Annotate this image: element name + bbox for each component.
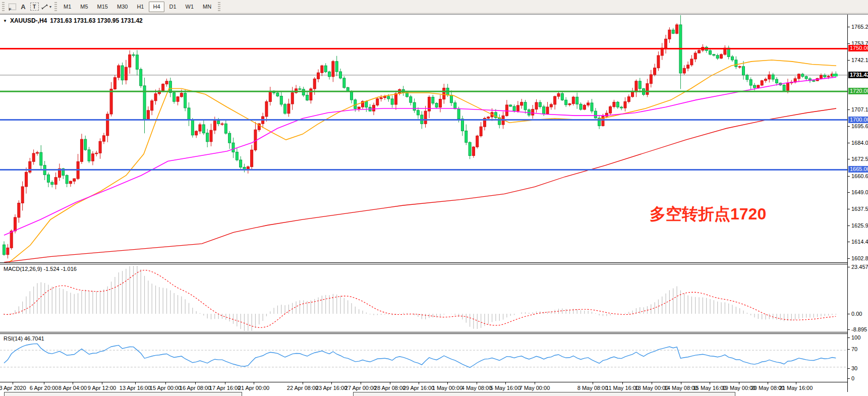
candle-body — [591, 103, 593, 111]
candle-body — [761, 81, 763, 85]
candle-body — [587, 103, 590, 105]
candle-body — [51, 182, 53, 184]
time-axis-label: 8 May 08:00 — [577, 385, 608, 391]
candle-body — [635, 81, 638, 92]
time-axis-label: 15 May 16:00 — [693, 385, 727, 391]
time-axis-tick — [44, 382, 44, 384]
candle-body — [454, 103, 456, 109]
rsi-pane[interactable] — [0, 334, 847, 382]
candle-body — [269, 91, 271, 101]
macd-axis-tick — [848, 314, 850, 314]
price-tick-label: 1614.40 — [851, 239, 868, 245]
candle-body — [210, 130, 212, 142]
toolbar-grip[interactable] — [2, 2, 5, 11]
candle-body — [417, 110, 419, 115]
candle-body — [624, 101, 626, 108]
candle-body — [561, 93, 563, 100]
time-axis-label: 16 Apr 08:00 — [180, 385, 211, 391]
candle-body — [240, 160, 242, 167]
timeframe-button-m1[interactable]: M1 — [60, 2, 75, 12]
timeframe-button-h4[interactable]: H4 — [149, 2, 164, 12]
candle-body — [690, 59, 693, 65]
candle-body — [224, 124, 227, 133]
cursor-tool-button[interactable]: ▾ — [41, 2, 51, 12]
candle-body — [10, 231, 13, 248]
toolbar-grip[interactable] — [218, 2, 220, 11]
background-window-edge[interactable] — [4, 392, 242, 396]
candle-body — [236, 152, 238, 160]
candle-body — [32, 153, 35, 161]
background-window-edge[interactable] — [353, 392, 735, 396]
chevron-down-icon[interactable]: ▼ — [3, 19, 7, 23]
text-tool-button[interactable]: T — [30, 2, 39, 12]
candle-body — [106, 114, 109, 136]
candle-body — [631, 92, 634, 97]
candle-body — [287, 104, 290, 114]
candle-body — [805, 77, 807, 79]
price-axis[interactable]: 1765.251753.701742.151707.151695.601684.… — [847, 15, 868, 392]
price-tick-label: 1765.25 — [851, 24, 868, 30]
timeframe-button-w1[interactable]: W1 — [182, 2, 198, 12]
macd-tick-label: -8.895 — [851, 326, 867, 332]
candle-body — [358, 107, 360, 108]
candle-body — [568, 104, 571, 105]
price-axis-tick — [848, 43, 850, 44]
candle-body — [99, 141, 101, 153]
time-axis-tick — [535, 382, 535, 384]
timeframe-button-h1[interactable]: H1 — [133, 2, 148, 12]
chevron-down-icon: ▾ — [49, 5, 51, 9]
candle-body — [820, 75, 822, 78]
macd-pane[interactable] — [0, 264, 847, 332]
candle-body — [184, 93, 187, 108]
time-axis-tick — [254, 382, 254, 384]
font-tool-button[interactable]: A — [19, 2, 28, 12]
timeframe-button-m15[interactable]: M15 — [93, 2, 112, 12]
timeframe-button-m30[interactable]: M30 — [113, 2, 132, 12]
timeframe-button-d1[interactable]: D1 — [165, 2, 181, 12]
candle-body — [520, 102, 523, 105]
ma-orange-line — [4, 60, 836, 262]
time-axis-tick — [73, 382, 73, 384]
time-axis-label: 4 May 08:00 — [461, 385, 492, 391]
candle-body — [383, 96, 386, 98]
top-toolbar: F A T ▾ M1M5M15M30H1H4D1W1MN — [0, 0, 868, 14]
candle-body — [251, 150, 253, 166]
candle-body — [524, 102, 527, 110]
candle-body — [317, 73, 320, 79]
candle-body — [54, 178, 57, 185]
candle-body — [180, 93, 183, 97]
timeframe-button-m5[interactable]: M5 — [76, 2, 92, 12]
candle-body — [84, 139, 87, 150]
candle-body — [543, 107, 545, 114]
candle-body — [450, 95, 452, 103]
candle-body — [480, 127, 482, 136]
candle-body — [291, 93, 294, 104]
price-axis-tick — [848, 126, 850, 127]
candle-body — [650, 75, 652, 84]
time-axis-tick — [361, 382, 361, 384]
time-axis-label: 6 Apr 20:00 — [30, 385, 58, 391]
candle-body — [136, 55, 138, 69]
candle-body — [80, 139, 83, 161]
frame-tool-button[interactable]: F — [8, 2, 17, 12]
candle-body — [129, 55, 131, 68]
candle-body — [435, 103, 438, 107]
time-axis-label: 22 Apr 08:00 — [287, 385, 318, 391]
timeframe-button-mn[interactable]: MN — [199, 2, 215, 12]
time-axis-label: 23 Apr 16:00 — [316, 385, 347, 391]
candle-body — [613, 102, 615, 106]
toolbar-grip[interactable] — [54, 2, 57, 11]
time-axis-label: 13 May 00:00 — [635, 385, 669, 391]
time-axis[interactable]: 3 Apr 20206 Apr 20:008 Apr 04:009 Apr 12… — [0, 382, 868, 392]
candle-body — [217, 121, 220, 124]
font-tool-icon: A — [21, 3, 25, 11]
frame-tool-icon: F — [9, 4, 16, 10]
price-tick-label: 1684.05 — [851, 140, 868, 146]
candle-body — [609, 106, 612, 113]
time-axis-label: 17 Apr 16:00 — [209, 385, 241, 391]
time-axis-tick — [195, 382, 196, 384]
candle-body — [539, 102, 541, 107]
candle-body — [313, 79, 316, 89]
macd-signal-line — [4, 270, 836, 327]
candle-body — [14, 217, 16, 231]
